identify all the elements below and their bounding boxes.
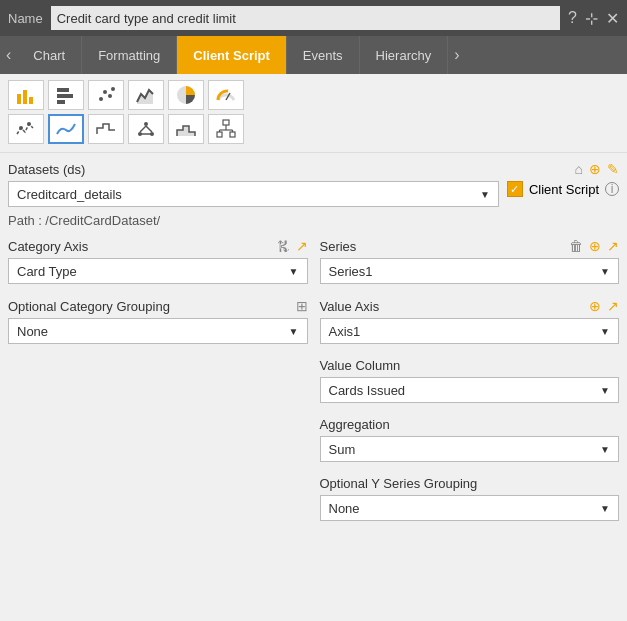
help-icon[interactable]: ? [568,9,577,28]
category-axis-value: Card Type [17,264,77,279]
category-axis-arrow-icon[interactable]: ↗ [296,238,308,254]
value-column-group: Value Column Cards Issued ▼ [320,358,620,403]
client-script-label: Client Script [529,182,599,197]
value-column-value: Cards Issued [329,383,406,398]
svg-marker-21 [177,126,195,136]
svg-rect-2 [29,97,33,104]
tab-formatting[interactable]: Formatting [82,36,177,74]
value-column-select[interactable]: Cards Issued ▼ [320,377,620,403]
category-axis-icons: ⛕ ↗ [276,238,308,254]
chart-icon-line-scatter[interactable] [8,114,44,144]
category-axis-select[interactable]: Card Type ▼ [8,258,308,284]
client-script-info-icon[interactable]: i [605,182,619,196]
line-scatter-svg [15,118,37,140]
stepped-area-svg [175,118,197,140]
header-icons: ? ⊹ ✕ [568,9,619,28]
aggregation-value: Sum [329,442,356,457]
value-column-header: Value Column [320,358,620,373]
title-input[interactable] [51,6,560,30]
svg-point-7 [103,90,107,94]
series-add-icon[interactable]: ⊕ [589,238,601,254]
category-axis-label: Category Axis [8,239,276,254]
svg-rect-3 [57,88,69,92]
chart-icon-network[interactable] [128,114,164,144]
series-group: Series 🗑 ⊕ ↗ Series1 ▼ [320,238,620,284]
header: Name ? ⊹ ✕ [0,0,627,36]
tab-next-button[interactable]: › [448,36,465,74]
chart-icon-stepped-area[interactable] [168,114,204,144]
chart-icon-scatter[interactable] [88,80,124,110]
svg-point-13 [19,126,23,130]
path-value: /CreditCardDataset/ [45,213,160,228]
optional-category-group-icon[interactable]: ⊞ [296,298,308,314]
svg-point-8 [108,94,112,98]
category-axis-network-icon[interactable]: ⛕ [276,238,290,254]
datasets-home-icon[interactable]: ⌂ [575,161,583,177]
category-axis-header: Category Axis ⛕ ↗ [8,238,308,254]
category-axis-group: Category Axis ⛕ ↗ Card Type ▼ [8,238,308,284]
chart-icon-area[interactable] [128,80,164,110]
optional-category-header: Optional Category Grouping ⊞ [8,298,308,314]
right-column: Series 🗑 ⊕ ↗ Series1 ▼ [320,238,620,613]
chart-icon-row-1 [8,80,619,110]
pie-chart-svg [175,84,197,106]
optional-y-series-value: None [329,501,360,516]
optional-category-select[interactable]: None ▼ [8,318,308,344]
tab-client-script[interactable]: Client Script [177,36,287,74]
datasets-row: Datasets (ds) ⌂ ⊕ ✎ [8,161,619,177]
chart-icon-pie[interactable] [168,80,204,110]
tab-hierarchy[interactable]: Hierarchy [360,36,449,74]
series-select[interactable]: Series1 ▼ [320,258,620,284]
value-axis-header: Value Axis ⊕ ↗ [320,298,620,314]
tab-events[interactable]: Events [287,36,360,74]
chart-icon-tree[interactable] [208,114,244,144]
value-axis-arrow-icon[interactable]: ↗ [607,298,619,314]
datasets-add-icon[interactable]: ⊕ [589,161,601,177]
series-arrow-icon[interactable]: ↗ [607,238,619,254]
svg-rect-0 [17,94,21,104]
datasets-edit-icon[interactable]: ✎ [607,161,619,177]
value-axis-select[interactable]: Axis1 ▼ [320,318,620,344]
tab-chart[interactable]: Chart [17,36,82,74]
gauge-chart-svg [215,84,237,106]
optional-y-series-group: Optional Y Series Grouping None ▼ [320,476,620,521]
optional-category-group: Optional Category Grouping ⊞ None ▼ [8,298,308,344]
datasets-select[interactable]: Creditcard_details ▼ [8,181,499,207]
chart-icon-bar[interactable] [8,80,44,110]
chart-type-icons [0,74,627,153]
network-svg [135,118,157,140]
value-column-arrow: ▼ [600,385,610,396]
svg-point-9 [111,87,115,91]
left-column: Category Axis ⛕ ↗ Card Type ▼ Optional [8,238,308,613]
svg-rect-23 [217,132,222,137]
move-icon[interactable]: ⊹ [585,9,598,28]
chart-icon-gauge[interactable] [208,80,244,110]
series-header: Series 🗑 ⊕ ↗ [320,238,620,254]
value-column-label: Value Column [320,358,620,373]
optional-y-series-arrow: ▼ [600,503,610,514]
datasets-toolbar: ⌂ ⊕ ✎ [575,161,619,177]
aggregation-select[interactable]: Sum ▼ [320,436,620,462]
svg-point-6 [99,97,103,101]
two-col-layout: Category Axis ⛕ ↗ Card Type ▼ Optional [8,238,619,613]
close-icon[interactable]: ✕ [606,9,619,28]
name-label: Name [8,11,43,26]
panel: Name ? ⊹ ✕ ‹ Chart Formatting Client Scr… [0,0,627,621]
chart-icon-smooth-line[interactable] [48,114,84,144]
series-delete-icon[interactable]: 🗑 [569,238,583,254]
chart-icon-row-2 [8,114,619,144]
aggregation-label: Aggregation [320,417,620,432]
aggregation-header: Aggregation [320,417,620,432]
client-script-checkbox[interactable]: ✓ [507,181,523,197]
value-axis-label: Value Axis [320,299,590,314]
chart-icon-step-line[interactable] [88,114,124,144]
optional-y-series-select[interactable]: None ▼ [320,495,620,521]
tabs-bar: ‹ Chart Formatting Client Script Events … [0,36,627,74]
svg-rect-4 [57,94,73,98]
tab-prev-button[interactable]: ‹ [0,36,17,74]
series-arrow: ▼ [600,266,610,277]
chart-icon-hbar[interactable] [48,80,84,110]
optional-category-value: None [17,324,48,339]
optional-category-icons: ⊞ [296,298,308,314]
value-axis-add-icon[interactable]: ⊕ [589,298,601,314]
